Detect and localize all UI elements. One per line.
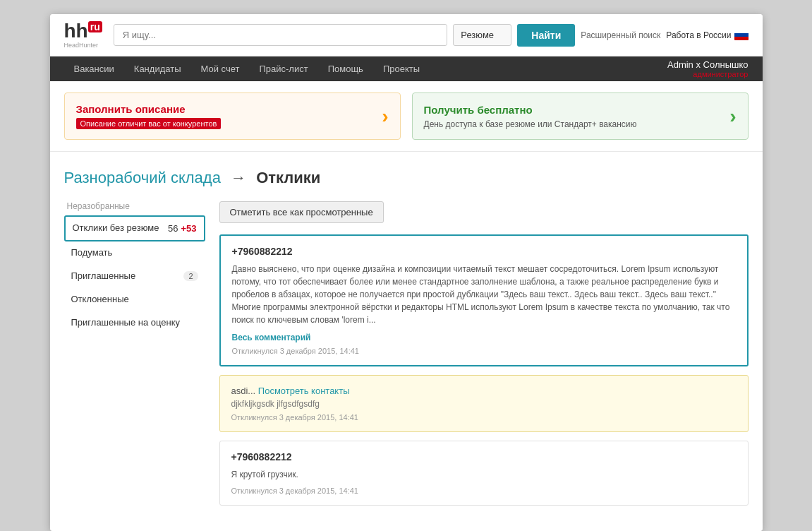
response-card-2[interactable]: asdi... Посмотреть контакты djkfkljkgsdk… — [219, 375, 749, 432]
promo-card-free[interactable]: Получить бесплатно День доступа к базе р… — [412, 93, 749, 140]
sidebar-item-no-resume-label: Отклики без резюме — [73, 222, 159, 234]
promo-card-free-title: Получить бесплатно — [424, 104, 722, 116]
search-button[interactable]: Найти — [517, 24, 575, 47]
content-area: Отметить все как просмотренные +79608822… — [219, 201, 749, 514]
mark-all-button[interactable]: Отметить все как просмотренные — [219, 201, 384, 223]
response-card-2-date: Откликнулся 3 декабря 2015, 14:41 — [231, 413, 737, 422]
sidebar-item-think-label: Подумать — [71, 247, 113, 259]
nav-projects[interactable]: Проекты — [373, 56, 430, 81]
response-card-2-desc: djkfkljkgsdk jlfgsdfgsdfg — [231, 399, 737, 409]
promo-section: Заполнить описание Описание отличит вас … — [50, 81, 763, 152]
sidebar-item-invited-evaluation-label: Приглашенные на оценку — [71, 317, 181, 329]
response-card-1-phone: +7960882212 — [232, 246, 736, 257]
sidebar-item-think[interactable]: Подумать — [64, 241, 205, 265]
promo-card-fill-title: Заполнить описание — [76, 103, 374, 115]
nav-account[interactable]: Мой счет — [190, 56, 249, 81]
breadcrumb-link[interactable]: Разнорабочий склада — [64, 169, 221, 186]
main-layout: Неразобранные Отклики без резюме 56 +53 … — [64, 201, 749, 514]
sidebar-item-rejected[interactable]: Отклоненные — [64, 288, 205, 311]
promo-card-fill-content: Заполнить описание Описание отличит вас … — [76, 103, 374, 129]
search-input[interactable] — [114, 24, 448, 46]
response-card-2-contacts-link[interactable]: Посмотреть контакты — [258, 386, 350, 396]
response-card-1[interactable]: +7960882212 Давно выяснено, что при оцен… — [219, 234, 749, 366]
logo[interactable]: hhru HeadHunter — [64, 21, 102, 49]
sidebar: Неразобранные Отклики без резюме 56 +53 … — [64, 201, 205, 514]
page-title-arrow: → — [231, 169, 246, 186]
count-num: 56 — [168, 223, 178, 234]
nav-user[interactable]: Admin х Солнышко администратор — [667, 59, 749, 78]
russia-link[interactable]: Работа в России — [666, 30, 748, 40]
sidebar-item-invited[interactable]: Приглашенные 2 — [64, 265, 205, 288]
nav-pricelist[interactable]: Прайс-лист — [249, 56, 317, 81]
response-card-1-date: Откликнулся 3 декабря 2015, 14:41 — [232, 347, 736, 355]
response-card-2-name-text: asdi... — [231, 386, 256, 396]
promo-card-free-content: Получить бесплатно День доступа к базе р… — [424, 104, 722, 129]
nav-candidates[interactable]: Кандидаты — [124, 56, 191, 81]
page-content: Разнорабочий склада → Отклики Неразобран… — [50, 152, 763, 531]
page-title: Разнорабочий склада → Отклики — [64, 169, 321, 186]
header: hhru HeadHunter Резюме Найти Расширенный… — [50, 14, 763, 56]
page-title-area: Разнорабочий склада → Отклики — [64, 169, 749, 187]
nav-vacancies[interactable]: Вакансии — [64, 56, 124, 81]
sidebar-item-no-resume-count: 56 +53 — [168, 223, 197, 234]
russia-flag-icon — [734, 30, 749, 40]
promo-card-fill-arrow: › — [382, 105, 388, 128]
nav-user-role: администратор — [693, 70, 748, 78]
logo-hh: hh — [64, 20, 88, 42]
promo-card-fill-subtitle: Описание отличит вас от конкурентов — [76, 118, 222, 129]
content-toolbar: Отметить все как просмотренные — [219, 201, 749, 223]
resume-select[interactable]: Резюме — [453, 24, 511, 46]
promo-card-free-subtitle: День доступа к базе резюме или Стандарт+… — [424, 119, 637, 129]
sidebar-item-rejected-label: Отклоненные — [71, 294, 129, 306]
nav-links: Вакансии Кандидаты Мой счет Прайс-лист П… — [64, 56, 430, 81]
response-card-3-phone: +7960882212 — [231, 451, 737, 463]
search-area: Резюме Найти Расширенный поиск Работа в … — [114, 24, 749, 47]
promo-card-free-arrow: › — [729, 105, 736, 128]
response-card-3-text: Я крутой грузчик. — [231, 468, 737, 481]
navbar: Вакансии Кандидаты Мой счет Прайс-лист П… — [50, 56, 763, 81]
advanced-search-link[interactable]: Расширенный поиск — [581, 30, 660, 40]
count-new: +53 — [181, 223, 196, 234]
promo-card-fill[interactable]: Заполнить описание Описание отличит вас … — [64, 93, 401, 140]
response-card-3-date: Откликнулся 3 декабря 2015, 14:41 — [231, 487, 737, 495]
nav-help[interactable]: Помощь — [318, 56, 373, 81]
sidebar-item-invited-evaluation[interactable]: Приглашенные на оценку — [64, 311, 205, 335]
response-card-2-name: asdi... Посмотреть контакты — [231, 386, 737, 396]
response-card-1-comment-link[interactable]: Весь комментарий — [232, 333, 311, 342]
sidebar-header: Неразобранные — [64, 201, 205, 211]
response-card-3[interactable]: +7960882212 Я крутой грузчик. Откликнулс… — [219, 441, 749, 506]
logo-sub: HeadHunter — [64, 42, 99, 49]
sidebar-item-invited-label: Приглашенные — [71, 270, 136, 282]
logo-ru: ru — [88, 21, 102, 32]
sidebar-item-invited-count: 2 — [183, 271, 198, 281]
nav-user-name: Admin х Солнышко — [667, 59, 749, 70]
response-card-1-text: Давно выяснено, что при оценке дизайна и… — [232, 263, 736, 326]
sidebar-item-no-resume[interactable]: Отклики без резюме 56 +53 — [64, 215, 205, 241]
page-title-current: Отклики — [256, 169, 320, 186]
russia-label: Работа в России — [666, 30, 731, 40]
